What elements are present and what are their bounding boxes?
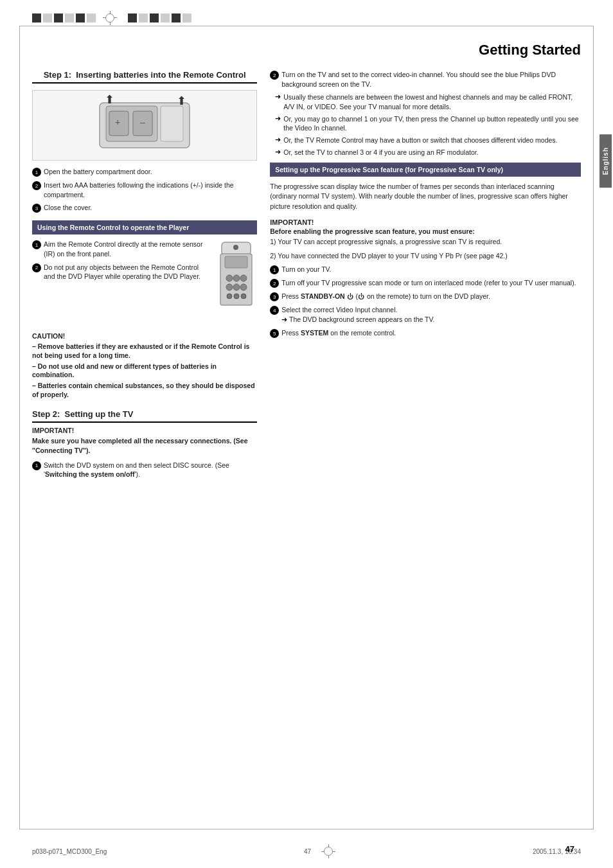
remote-text2: Do not put any objects between the Remot… <box>44 263 210 281</box>
prog-text1: Turn on your TV. <box>281 265 331 274</box>
caution-item2: – Do not use old and new or different ty… <box>32 362 257 380</box>
prog-item3: 3 Press STANDBY-ON ⏻ (⏻ on the remote) t… <box>270 292 581 301</box>
prog-item4: 4 Select the correct Video Input channel… <box>270 305 581 324</box>
imp-condition2: 2) You have connected the DVD player to … <box>270 251 581 261</box>
footer-center: 47 <box>304 848 311 855</box>
main-content: Getting Started Step 1: Inserting batter… <box>32 39 581 823</box>
page-title: Getting Started <box>32 42 581 58</box>
prog-num5: 5 <box>270 329 279 338</box>
svg-point-12 <box>226 275 233 281</box>
header-sq <box>150 13 159 22</box>
prog-item2: 2 Turn off your TV progressive scan mode… <box>270 278 581 288</box>
header-sq <box>172 13 181 22</box>
prog-text3: Press STANDBY-ON ⏻ (⏻ on the remote) to … <box>281 292 490 301</box>
arrow-icon: ➜ <box>275 114 281 123</box>
prog-item1: 1 Turn on your TV. <box>270 265 581 274</box>
page-footer: p038-p071_MCD300_Eng 47 2005.11.3, 16:34 <box>32 844 581 858</box>
step1-item3: 3 Close the cover. <box>32 203 257 213</box>
header-sq <box>76 13 85 22</box>
svg-point-16 <box>233 284 240 290</box>
arrow-icon: ➜ <box>275 148 281 156</box>
arrow-text4: Or, set the TV to channel 3 or 4 if you … <box>283 148 478 157</box>
header-pattern-left <box>32 11 191 25</box>
svg-point-17 <box>240 284 247 290</box>
caution-section: CAUTION! – Remove batteries if they are … <box>32 332 257 399</box>
arrow-text2: Or, you may go to channel 1 on your TV, … <box>283 114 581 133</box>
prog-scan-text: The progressive scan display twice the n… <box>270 182 581 212</box>
svg-text:–: – <box>140 117 145 127</box>
step1-heading: Step 1: Inserting batteries into the Rem… <box>32 70 257 84</box>
step1-num1: 1 <box>32 168 41 177</box>
arrow-icon: ➜ <box>275 93 281 101</box>
svg-rect-2 <box>161 106 183 141</box>
important-box: IMPORTANT! Before enabling the progressi… <box>270 218 581 261</box>
svg-point-15 <box>226 284 233 290</box>
svg-point-21 <box>233 245 238 250</box>
caution-item3: – Batteries contain chemical substances,… <box>32 382 257 399</box>
svg-text:⬆: ⬆ <box>177 94 186 107</box>
step1-text1: Open the battery compartment door. <box>44 167 152 177</box>
step1-text2: Insert two AAA batteries following the i… <box>44 181 257 199</box>
english-tab: English <box>600 134 612 188</box>
arrow-icon: ➜ <box>275 136 281 144</box>
header-sq <box>87 13 96 22</box>
remote-text1: Aim the Remote Control directly at the r… <box>44 240 210 258</box>
page-border-bottom <box>19 829 594 829</box>
svg-point-14 <box>240 275 247 281</box>
step1-item2: 2 Insert two AAA batteries following the… <box>32 181 257 199</box>
right-num2: 2 <box>270 71 279 80</box>
page-number: 47 <box>565 844 574 854</box>
remote-image: + – ⬆ ⬆ <box>32 90 257 161</box>
prog-num3: 3 <box>270 292 279 301</box>
header-sq <box>65 13 74 22</box>
svg-text:+: + <box>115 117 120 127</box>
header-sq <box>43 13 52 22</box>
footer-crosshair <box>321 844 335 858</box>
remote-control-box-title: Using the Remote Control to operate the … <box>32 220 257 235</box>
arrow-point2: ➜ Or, you may go to channel 1 on your TV… <box>275 114 581 133</box>
header-sq <box>161 13 170 22</box>
imp-subtitle: Before enabling the progressive scan fea… <box>270 227 581 235</box>
step2-important-title: IMPORTANT! <box>32 427 257 434</box>
page-border-right <box>593 26 594 829</box>
header-sq <box>128 13 137 22</box>
step2-important-text: Make sure you have completed all the nec… <box>32 436 257 455</box>
prog-num1: 1 <box>270 265 279 274</box>
arrow-text3: Or, the TV Remote Control may have a but… <box>283 136 557 145</box>
arrow-point1: ➜ Usually these channels are between the… <box>275 93 581 111</box>
step2-text1: Switch the DVD system on and then select… <box>44 461 257 479</box>
crosshair-icon <box>103 11 117 25</box>
arrow-point4: ➜ Or, set the TV to channel 3 or 4 if yo… <box>275 148 581 157</box>
right-text2: Turn on the TV and set to the correct vi… <box>281 70 581 89</box>
remote-control-section: 1 Aim the Remote Control directly at the… <box>32 240 257 326</box>
remote-num2: 2 <box>32 263 41 272</box>
step2-item1: 1 Switch the DVD system on and then sele… <box>32 461 257 479</box>
prog-text2: Turn off your TV progressive scan mode o… <box>281 278 576 288</box>
imp-title: IMPORTANT! <box>270 218 581 226</box>
svg-text:⬆: ⬆ <box>105 93 114 106</box>
imp-condition1: 1) Your TV can accept progressive signal… <box>270 237 581 247</box>
svg-rect-11 <box>225 256 247 268</box>
step1-num2: 2 <box>32 181 41 190</box>
svg-point-18 <box>227 294 232 299</box>
step1-item1: 1 Open the battery compartment door. <box>32 167 257 177</box>
remote-num1: 1 <box>32 240 41 249</box>
svg-point-20 <box>241 294 246 299</box>
prog-num4: 4 <box>270 306 279 315</box>
prog-item5: 5 Press SYSTEM on the remote control. <box>270 328 581 338</box>
svg-point-19 <box>234 294 239 299</box>
step2-num1: 1 <box>32 461 41 470</box>
arrow-text1: Usually these channels are between the l… <box>283 93 581 111</box>
remote-item2: 2 Do not put any objects between the Rem… <box>32 263 210 281</box>
remote-item1: 1 Aim the Remote Control directly at the… <box>32 240 210 258</box>
header-sq <box>32 13 41 22</box>
prog-scan-box: Setting up the Progressive Scan feature … <box>270 163 581 177</box>
caution-item1: – Remove batteries if they are exhausted… <box>32 342 257 360</box>
step1-text3: Close the cover. <box>44 203 92 213</box>
remote-svg <box>215 241 257 324</box>
arrow-point3: ➜ Or, the TV Remote Control may have a b… <box>275 136 581 145</box>
remote-float-image <box>215 241 257 326</box>
svg-point-13 <box>233 275 240 281</box>
two-columns-layout: Step 1: Inserting batteries into the Rem… <box>32 70 581 483</box>
caution-title: CAUTION! <box>32 332 257 340</box>
